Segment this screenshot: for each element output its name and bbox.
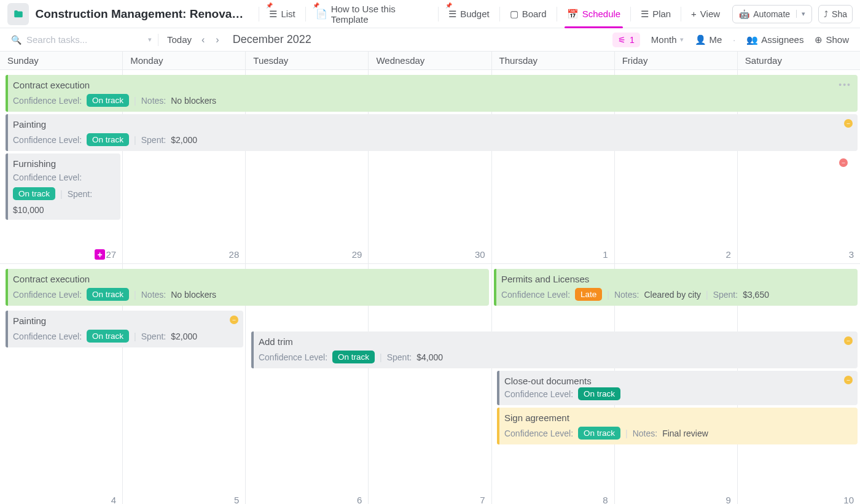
search-input[interactable]: [26, 34, 143, 45]
event-title: Furnishing: [13, 158, 114, 169]
tab-label: Schedule: [582, 9, 621, 19]
spent-value: $3,650: [743, 290, 769, 300]
tab-label: Board: [522, 9, 547, 19]
filter-button[interactable]: ⚟ 1: [612, 33, 640, 47]
event-title: Painting: [13, 119, 851, 130]
confidence-label: Confidence Level:: [13, 173, 82, 182]
doc-icon: 📄: [316, 9, 327, 20]
calendar-title: December 2022: [233, 33, 311, 46]
next-button[interactable]: ›: [214, 34, 220, 45]
status-dot-icon: –: [839, 158, 848, 167]
more-icon[interactable]: •••: [838, 80, 851, 90]
day-header: Saturday: [738, 52, 860, 69]
meta-separator: |: [607, 290, 609, 300]
event-contract-execution[interactable]: Contract execution Confidence Level: On …: [6, 269, 489, 306]
robot-icon: 🤖: [739, 9, 749, 19]
list-icon: ☰: [269, 9, 277, 20]
event-contract-execution[interactable]: ••• Contract execution Confidence Level:…: [6, 75, 858, 112]
meta-separator: |: [625, 428, 628, 438]
tab-separator: [557, 7, 557, 21]
tab-label: View: [700, 9, 720, 19]
event-meta: Confidence Level: On track | Notes: Fina…: [504, 427, 851, 440]
list-icon: ☰: [448, 9, 456, 20]
event-sign-agreement[interactable]: Sign agreement Confidence Level: On trac…: [497, 408, 858, 444]
event-painting[interactable]: – Painting Confidence Level: On track | …: [6, 114, 858, 151]
person-icon: 👤: [695, 34, 706, 45]
meta-separator: |: [134, 331, 136, 341]
share-button[interactable]: ⤴ Sha: [818, 5, 853, 23]
today-button[interactable]: Today: [167, 34, 192, 45]
tab-list[interactable]: 📌 ☰ List: [262, 0, 302, 28]
tab-separator: [499, 7, 500, 21]
status-badge: On track: [87, 330, 129, 343]
confidence-label: Confidence Level:: [13, 331, 82, 341]
calendar-week-row: 4 5 6 7 8 9 10 Contract execution Confid…: [0, 264, 860, 504]
status-badge: On track: [332, 351, 375, 363]
filter-count: 1: [630, 35, 635, 45]
automate-button[interactable]: 🤖 Automate ▾: [732, 5, 812, 23]
event-meta: Confidence Level: On track | Spent: $2,0…: [13, 133, 851, 146]
tab-add-view[interactable]: + View: [684, 0, 727, 28]
status-badge: On track: [578, 387, 620, 400]
status-badge: On track: [87, 94, 129, 107]
me-label: Me: [710, 34, 722, 45]
tab-schedule[interactable]: 📅 Schedule: [560, 0, 628, 28]
tab-plan[interactable]: ☰ Plan: [633, 0, 678, 28]
pin-icon: 📌: [266, 2, 273, 9]
event-closeout-documents[interactable]: – Close-out documents Confidence Level: …: [497, 371, 858, 405]
day-header: Friday: [615, 52, 738, 69]
page-title[interactable]: Construction Management: Renovatio...: [35, 7, 244, 21]
automate-label: Automate: [753, 9, 790, 19]
day-header: Tuesday: [246, 52, 369, 69]
day-header: Monday: [123, 52, 246, 69]
spent-label: Spent:: [68, 189, 92, 199]
folder-icon[interactable]: [7, 3, 29, 25]
separator: [158, 34, 158, 46]
calendar-icon: 📅: [567, 9, 579, 20]
notes-value: No blockers: [171, 290, 216, 300]
status-badge: On track: [87, 133, 129, 146]
event-add-trim[interactable]: – Add trim Confidence Level: On track | …: [251, 331, 858, 368]
notes-label: Notes:: [633, 428, 657, 438]
pin-icon: 📌: [313, 2, 319, 9]
event-meta: Confidence Level: On track | Notes: No b…: [13, 94, 851, 107]
chevron-down-icon[interactable]: ▾: [796, 10, 805, 18]
spent-label: Spent:: [141, 331, 166, 341]
chevron-down-icon[interactable]: ▾: [148, 36, 152, 44]
me-filter[interactable]: 👤 Me: [695, 34, 722, 45]
status-dot-icon: –: [230, 316, 238, 324]
meta-separator: |: [60, 189, 63, 199]
notes-label: Notes:: [141, 290, 166, 300]
status-dot-icon: –: [844, 119, 853, 128]
event-meta: Confidence Level: On track | Spent: $10,…: [13, 173, 114, 215]
event-meta: Confidence Level: Late | Notes: Cleared …: [501, 288, 851, 301]
sub-toolbar: 🔍 ▾ Today ‹ › December 2022 ⚟ 1 Month ▾ …: [0, 28, 860, 52]
month-selector[interactable]: Month ▾: [651, 34, 684, 45]
show-button[interactable]: ⊕ Show: [815, 34, 849, 45]
event-meta: Confidence Level: On track | Spent: $4,0…: [259, 351, 851, 363]
meta-separator: |: [380, 352, 382, 362]
event-meta: Confidence Level: On track | Notes: No b…: [13, 288, 483, 301]
assignees-filter[interactable]: 👥 Assignees: [746, 34, 803, 45]
tab-separator: [259, 7, 259, 21]
plus-icon: +: [691, 9, 697, 19]
tab-separator: [438, 7, 439, 21]
tab-separator: [681, 7, 681, 21]
spent-value: $4,000: [416, 352, 443, 362]
tab-board[interactable]: ▢ Board: [502, 0, 554, 28]
tab-separator: [630, 7, 631, 21]
list-icon: ☰: [641, 9, 649, 20]
status-badge: Late: [575, 288, 602, 301]
spent-value: $10,000: [13, 205, 44, 215]
tab-label: Plan: [652, 9, 671, 19]
tab-howto[interactable]: 📌 📄 How to Use this Template: [308, 0, 436, 28]
event-furnishing[interactable]: – Furnishing Confidence Level: On track …: [6, 153, 120, 220]
day-header: Sunday: [0, 52, 123, 69]
chevron-down-icon: ▾: [680, 36, 684, 44]
event-permits-licenses[interactable]: Permits and Licenses Confidence Level: L…: [494, 269, 858, 306]
confidence-label: Confidence Level:: [259, 352, 327, 362]
tab-budget[interactable]: 📌 ☰ Budget: [441, 0, 497, 28]
search-wrap: 🔍 ▾: [11, 34, 149, 45]
prev-button[interactable]: ‹: [200, 34, 206, 45]
event-painting[interactable]: – Painting Confidence Level: On track | …: [6, 311, 243, 347]
